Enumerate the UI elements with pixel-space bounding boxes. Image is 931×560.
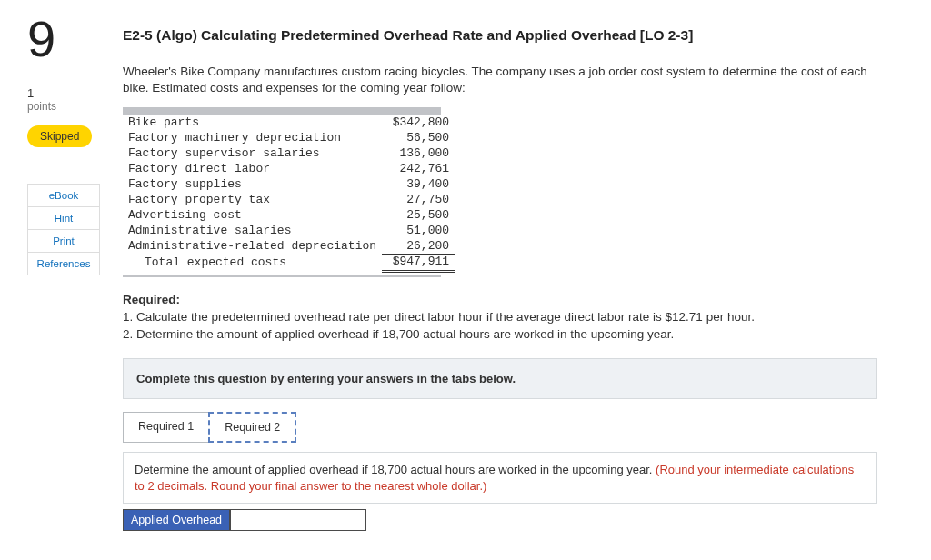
sidebar-item-print[interactable]: Print bbox=[27, 230, 100, 253]
points-label: points bbox=[27, 100, 100, 113]
sidebar-item-hint[interactable]: Hint bbox=[27, 207, 100, 230]
table-row: Factory supplies39,400 bbox=[123, 177, 455, 193]
required-2-text: Determine the amount of applied overhead… bbox=[135, 463, 656, 476]
table-row: Factory direct labor242,761 bbox=[123, 162, 455, 177]
answer-label: Applied Overhead bbox=[123, 509, 230, 531]
table-row: Bike parts$342,800 bbox=[123, 115, 455, 131]
table-row: Factory property tax27,750 bbox=[123, 193, 455, 208]
table-row: Advertising cost25,500 bbox=[123, 208, 455, 224]
cost-table: Bike parts$342,800 Factory machinery dep… bbox=[123, 115, 455, 273]
instruction-box: Complete this question by entering your … bbox=[123, 358, 877, 399]
required-2-panel: Determine the amount of applied overhead… bbox=[123, 452, 877, 504]
table-row: Factory supervisor salaries136,000 bbox=[123, 146, 455, 162]
problem-title: E2-5 (Algo) Calculating Predetermined Ov… bbox=[123, 27, 895, 44]
points-value: 1 bbox=[27, 86, 100, 100]
applied-overhead-input[interactable] bbox=[230, 509, 366, 531]
table-row: Administrative-related depreciation26,20… bbox=[123, 239, 455, 255]
table-row: Factory machinery depreciation56,500 bbox=[123, 131, 455, 146]
required-heading: Required: bbox=[123, 293, 180, 306]
skipped-badge: Skipped bbox=[27, 125, 92, 147]
table-row: Administrative salaries51,000 bbox=[123, 224, 455, 239]
required-section: Required: 1. Calculate the predetermined… bbox=[123, 292, 895, 344]
side-links: eBook Hint Print References bbox=[27, 184, 100, 275]
required-item-1: 1. Calculate the predetermined overhead … bbox=[123, 309, 895, 326]
required-item-2: 2. Determine the amount of applied overh… bbox=[123, 326, 895, 344]
tab-required-2[interactable]: Required 2 bbox=[208, 412, 296, 443]
tab-required-1[interactable]: Required 1 bbox=[123, 412, 209, 443]
problem-intro: Wheeler's Bike Company manufactures cust… bbox=[123, 64, 895, 96]
sidebar-item-ebook[interactable]: eBook bbox=[27, 184, 100, 207]
question-number: 9 bbox=[27, 9, 100, 68]
answer-tabs: Required 1 Required 2 bbox=[123, 412, 895, 443]
table-row-total: Total expected costs$947,911 bbox=[123, 255, 455, 272]
sidebar-item-references[interactable]: References bbox=[27, 253, 100, 275]
cost-table-block: Bike parts$342,800 Factory machinery dep… bbox=[123, 107, 895, 277]
